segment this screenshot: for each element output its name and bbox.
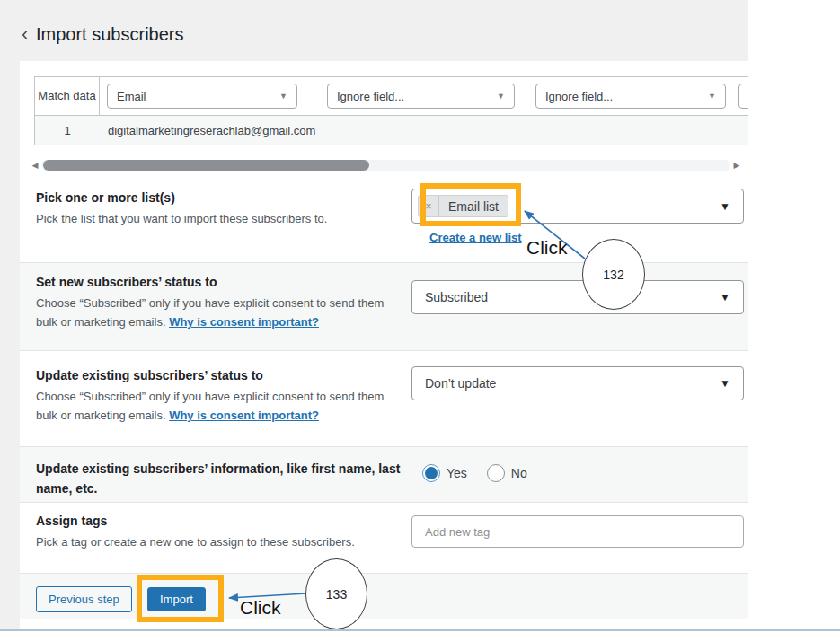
table-row: 1 digitalmarketingreserachlab@gmail.com (35, 115, 748, 145)
chevron-down-icon: ▼ (720, 291, 730, 303)
bottom-divider (0, 629, 840, 631)
scroll-left-icon[interactable]: ◀ (29, 161, 41, 170)
content-panel: Match data Email ▼ Ignore field... ▼ Ign… (20, 61, 748, 629)
column-select-email[interactable]: Email ▼ (107, 84, 297, 109)
radio-yes-icon[interactable] (422, 464, 440, 482)
new-status-value: Subscribed (425, 290, 720, 304)
radio-yes-label: Yes (447, 466, 467, 480)
horizontal-scrollbar: ◀ ▶ (29, 158, 743, 172)
section-footer: Previous step Import (20, 573, 748, 619)
chevron-down-icon: ▼ (720, 377, 730, 390)
existing-status-description: Choose “Subscribed” only if you have exp… (36, 387, 395, 426)
page-title: ‹ Import subscribers (22, 23, 184, 45)
radio-no-icon[interactable] (487, 464, 505, 482)
import-subscribers-page: ‹ Import subscribers Match data Email ▼ … (0, 0, 840, 633)
section-pick-lists: Pick one or more list(s) Pick the list t… (20, 180, 748, 262)
consent-link[interactable]: Why is consent important? (169, 409, 319, 422)
match-table-header-row: Match data Email ▼ Ignore field... ▼ Ign… (35, 77, 748, 115)
new-status-description: Choose “Subscribed” only if you have exp… (36, 294, 395, 332)
section-assign-tags: Assign tags Pick a tag or create a new o… (20, 502, 748, 573)
highlight-box-import (137, 575, 224, 622)
scroll-right-icon[interactable]: ▶ (730, 161, 743, 170)
pick-lists-description: Pick the list that you want to import th… (36, 209, 327, 228)
assign-tags-description: Pick a tag or create a new one to assign… (36, 532, 355, 551)
chevron-down-icon: ▼ (279, 92, 287, 101)
column-select-partial[interactable] (738, 84, 748, 109)
radio-option-yes[interactable]: Yes (422, 464, 467, 482)
match-data-label: Match data (35, 77, 100, 115)
radio-option-no[interactable]: No (487, 464, 527, 482)
column-select-email-value: Email (117, 90, 279, 103)
click-label-2: Click (240, 597, 281, 619)
chevron-down-icon: ▼ (497, 92, 505, 101)
column-select-ignore-2-value: Ignore field... (545, 90, 708, 103)
assign-tags-heading: Assign tags (36, 514, 107, 528)
update-info-heading: Update existing subscribers’ information… (36, 460, 424, 498)
new-status-select[interactable]: Subscribed ▼ (411, 280, 744, 314)
radio-no-label: No (511, 466, 527, 480)
section-existing-status: Update existing subscribers’ status to C… (20, 350, 748, 446)
click-label-1: Click (526, 237, 568, 259)
consent-link[interactable]: Why is consent important? (169, 315, 319, 329)
column-select-ignore-2[interactable]: Ignore field... ▼ (535, 84, 726, 109)
add-tag-input[interactable] (411, 515, 744, 548)
existing-status-heading: Update existing subscribers’ status to (36, 368, 263, 382)
column-select-ignore-1[interactable]: Ignore field... ▼ (327, 84, 515, 109)
step-number-circle-133: 133 (305, 558, 367, 629)
previous-step-button[interactable]: Previous step (36, 586, 132, 612)
back-chevron-icon[interactable]: ‹ (22, 23, 28, 45)
update-info-radio-group: Yes No (422, 464, 527, 482)
highlight-box-email-list (420, 183, 521, 226)
page-title-text: Import subscribers (36, 24, 184, 45)
row-email-value: digitalmarketingreserachlab@gmail.com (100, 124, 315, 137)
step-number-circle-132: 132 (582, 239, 645, 310)
pick-lists-heading: Pick one or more list(s) (36, 190, 175, 205)
match-data-table: Match data Email ▼ Ignore field... ▼ Ign… (34, 76, 748, 145)
column-select-ignore-1-value: Ignore field... (337, 90, 497, 103)
create-new-list-link[interactable]: Create a new list (429, 231, 522, 244)
existing-status-value: Don’t update (425, 376, 720, 391)
match-table-header-cells: Email ▼ Ignore field... ▼ Ignore field..… (100, 77, 748, 115)
chevron-down-icon: ▼ (708, 92, 716, 101)
new-status-heading: Set new subscribers’ status to (36, 275, 217, 289)
existing-status-select[interactable]: Don’t update ▼ (411, 366, 744, 400)
scrollbar-thumb[interactable] (43, 160, 369, 171)
chevron-down-icon: ▼ (720, 200, 730, 213)
section-update-info: Update existing subscribers’ information… (20, 446, 748, 502)
scrollbar-track[interactable] (41, 160, 730, 171)
row-number: 1 (35, 124, 100, 137)
